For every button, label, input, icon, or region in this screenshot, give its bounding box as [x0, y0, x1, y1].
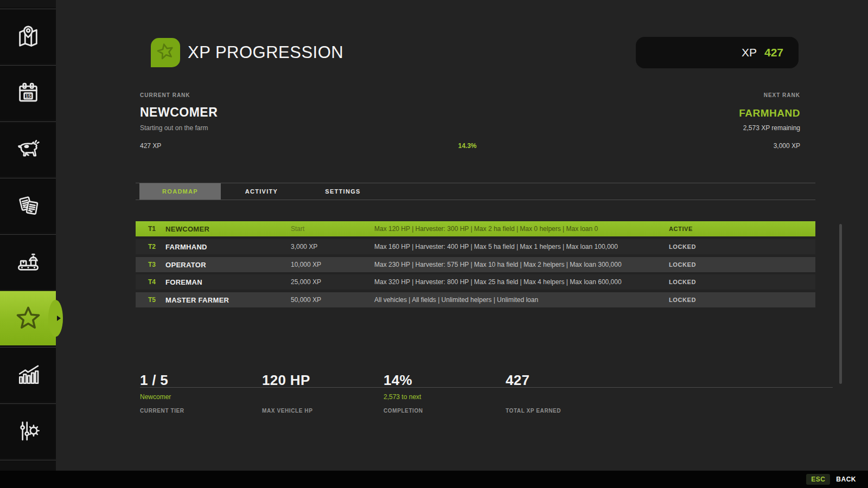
xp-badge-value: 427 — [764, 46, 783, 59]
star-icon — [155, 41, 176, 64]
sidebar-item-animals[interactable] — [0, 121, 56, 176]
stat-subtext: 2,573 to next — [384, 393, 501, 401]
rank-name-cell: NEWCOMER — [165, 225, 291, 233]
sidebar-item-settings[interactable] — [0, 403, 56, 458]
status-badge: LOCKED — [669, 279, 815, 285]
rank-panel: CURRENT RANK NEXT RANK NEWCOMER FARMHAND… — [140, 92, 800, 150]
stats-divider — [140, 387, 833, 388]
rank-name-cell: FARMHAND — [165, 243, 291, 251]
perks-cell: Max 320 HP | Harvester: 800 HP | Max 25 … — [374, 278, 669, 286]
tabbar-divider-bottom — [136, 200, 815, 200]
map-icon — [16, 24, 41, 49]
contracts-icon — [16, 193, 41, 218]
tab-bar: ROADMAP ACTIVITY SETTINGS — [139, 183, 384, 200]
perks-cell: Max 230 HP | Harvester: 575 HP | Max 10 … — [374, 261, 669, 268]
rank-name-cell: MASTER FARMER — [165, 296, 291, 304]
tier-cell: T1 — [148, 225, 165, 233]
sidebar: 15 — [0, 0, 56, 471]
svg-text:15: 15 — [25, 93, 31, 99]
stat-max-vehicle-hp: 120 HP MAX VEHICLE HP — [262, 372, 379, 414]
sidebar-item-calendar[interactable]: 15 — [0, 65, 56, 120]
status-badge: ACTIVE — [669, 226, 815, 232]
vertical-scrollbar[interactable] — [839, 224, 842, 384]
stat-total-xp: 427 TOTAL XP EARNED — [506, 372, 623, 414]
current-rank-label: CURRENT RANK — [140, 92, 190, 98]
tier-cell: T5 — [148, 296, 165, 304]
statistics-icon — [16, 362, 41, 387]
page-icon-badge — [151, 38, 180, 67]
settings-icon — [16, 419, 41, 444]
stat-subtext — [506, 393, 623, 401]
next-rank-remaining: 2,573 XP remaining — [743, 124, 800, 132]
sidebar-item-map[interactable] — [0, 9, 56, 63]
stat-label: CURRENT TIER — [140, 408, 257, 414]
sidebar-item-xp[interactable] — [0, 291, 56, 345]
xp-total-badge: XP 427 — [636, 37, 799, 68]
stat-label: MAX VEHICLE HP — [262, 408, 379, 414]
stat-completion: 14% 2,573 to next COMPLETION — [384, 372, 501, 414]
progress-current-xp: 427 XP — [140, 142, 161, 150]
production-icon — [16, 249, 41, 274]
progress-percent: 14.3% — [458, 142, 476, 150]
next-rank-label: NEXT RANK — [764, 92, 800, 98]
sidebar-item-contracts[interactable] — [0, 178, 56, 233]
roadmap-row-t4: T4 FOREMAN 25,000 XP Max 320 HP | Harves… — [136, 274, 815, 290]
xp-star-icon — [14, 304, 42, 332]
xp-requirement-cell: 25,000 XP — [291, 278, 374, 286]
stat-value: 1 / 5 — [140, 372, 257, 389]
stat-subtext: Newcomer — [140, 393, 257, 401]
tier-cell: T3 — [148, 261, 165, 268]
main-content: XP PROGRESSION XP 427 CURRENT RANK NEXT … — [56, 0, 868, 471]
animals-icon — [16, 137, 41, 162]
sidebar-item-statistics[interactable] — [0, 347, 56, 402]
xp-progression-screen: 15 — [0, 0, 868, 488]
status-badge: LOCKED — [669, 243, 815, 250]
stat-current-tier: 1 / 5 Newcomer CURRENT TIER — [140, 372, 257, 414]
perks-cell: Max 120 HP | Harvester: 300 HP | Max 2 h… — [374, 225, 669, 233]
current-rank-description: Starting out on the farm — [140, 124, 208, 132]
xp-requirement-cell: 50,000 XP — [291, 296, 374, 304]
stat-label: COMPLETION — [384, 408, 501, 414]
tab-settings[interactable]: SETTINGS — [302, 183, 384, 200]
xp-requirement-cell: 10,000 XP — [291, 261, 374, 268]
roadmap-row-t1: T1 NEWCOMER Start Max 120 HP | Harvester… — [136, 221, 815, 236]
tab-roadmap[interactable]: ROADMAP — [139, 183, 221, 200]
esc-key-hint[interactable]: ESC — [806, 474, 830, 485]
stat-label: TOTAL XP EARNED — [506, 408, 623, 414]
perks-cell: Max 160 HP | Harvester: 400 HP | Max 5 h… — [374, 243, 669, 251]
tier-cell: T2 — [148, 243, 165, 251]
xp-requirement-cell: Start — [291, 225, 374, 233]
progress-target-xp: 3,000 XP — [774, 142, 800, 150]
page-title: XP PROGRESSION — [188, 43, 343, 62]
xp-badge-label: XP — [742, 46, 757, 59]
rank-name-cell: FOREMAN — [165, 278, 291, 286]
footer-bar: ESC BACK — [0, 471, 868, 488]
roadmap-row-t5: T5 MASTER FARMER 50,000 XP All vehicles … — [136, 292, 815, 307]
tab-activity[interactable]: ACTIVITY — [221, 183, 302, 200]
back-button[interactable]: BACK — [836, 476, 856, 483]
tier-cell: T4 — [148, 278, 165, 286]
xp-requirement-cell: 3,000 XP — [291, 243, 374, 251]
sidebar-top-spacer — [0, 0, 56, 7]
status-badge: LOCKED — [669, 261, 815, 268]
roadmap-row-t3: T3 OPERATOR 10,000 XP Max 230 HP | Harve… — [136, 257, 815, 272]
sidebar-item-production[interactable] — [0, 234, 56, 289]
perks-cell: All vehicles | All fields | Unlimited he… — [374, 296, 669, 304]
rank-name-cell: OPERATOR — [165, 261, 291, 269]
stat-value: 120 HP — [262, 372, 379, 389]
next-rank-name: FARMHAND — [739, 107, 800, 119]
calendar-icon: 15 — [16, 80, 41, 105]
stat-value: 427 — [506, 372, 623, 389]
roadmap-row-t2: T2 FARMHAND 3,000 XP Max 160 HP | Harves… — [136, 239, 815, 254]
status-badge: LOCKED — [669, 297, 815, 303]
stat-value: 14% — [384, 372, 501, 389]
stat-subtext — [262, 393, 379, 401]
current-rank-name: NEWCOMER — [140, 105, 218, 120]
sidebar-divider — [0, 460, 56, 460]
